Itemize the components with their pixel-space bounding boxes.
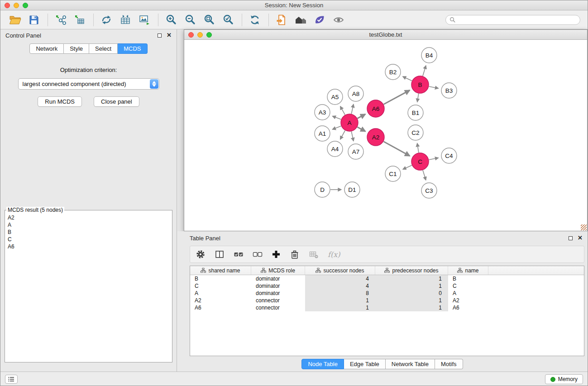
select-all-button[interactable]: [234, 248, 244, 260]
graph-edge-C-C2[interactable]: [417, 143, 419, 153]
open-document-button[interactable]: [274, 13, 289, 27]
graph-node-A6[interactable]: A6: [367, 100, 384, 117]
function-builder-button[interactable]: f(x): [328, 248, 340, 260]
network-close-button[interactable]: [188, 32, 194, 38]
network-canvas[interactable]: B4B2BB3A5A8A6A3B1AA1C2A2A4A7C4CC1C3DD1: [184, 40, 587, 231]
column-header-successor-nodes[interactable]: successor nodes: [305, 266, 375, 275]
graph-node-A4[interactable]: A4: [327, 141, 343, 157]
graph-node-C2[interactable]: C2: [408, 125, 423, 140]
graph-node-C4[interactable]: C4: [441, 148, 457, 163]
graph-node-A5[interactable]: A5: [327, 89, 343, 105]
add-column-button[interactable]: [272, 248, 281, 260]
column-header-name[interactable]: name: [448, 266, 488, 275]
table-tab-node-table[interactable]: Node Table: [301, 359, 344, 369]
graph-edge-C-C1[interactable]: [403, 165, 412, 169]
graph-edge-B-B2[interactable]: [403, 76, 412, 81]
search-input[interactable]: [458, 17, 576, 23]
graph-node-C1[interactable]: C1: [385, 166, 401, 181]
graph-node-B3[interactable]: B3: [441, 83, 457, 98]
graph-node-A[interactable]: A: [341, 114, 358, 131]
show-hide-button[interactable]: [331, 13, 346, 27]
zoom-window-button[interactable]: [23, 3, 28, 8]
float-panel-icon[interactable]: [158, 33, 162, 38]
network-minimize-button[interactable]: [197, 32, 203, 38]
graph-node-C[interactable]: C: [411, 153, 429, 170]
home-button[interactable]: [293, 13, 308, 27]
result-item[interactable]: A2: [8, 214, 169, 221]
table-tab-edge-table[interactable]: Edge Table: [344, 359, 386, 369]
table-tab-motifs[interactable]: Motifs: [435, 359, 463, 369]
close-panel-icon[interactable]: ✕: [167, 33, 172, 38]
save-session-button[interactable]: [27, 13, 41, 27]
toolbar-search[interactable]: [445, 15, 580, 25]
graph-node-B1[interactable]: B1: [408, 105, 423, 120]
graph-node-B4[interactable]: B4: [421, 48, 437, 63]
result-item[interactable]: C: [8, 236, 169, 243]
run-mcds-button[interactable]: Run MCDS: [38, 96, 82, 107]
check-badge-button[interactable]: [312, 13, 327, 27]
graph-node-C3[interactable]: C3: [421, 183, 437, 198]
table-settings-button[interactable]: [196, 248, 206, 260]
export-table-button[interactable]: [118, 13, 133, 27]
graph-edge-A6-B[interactable]: [384, 90, 410, 104]
graph-edge-A-A1[interactable]: [332, 126, 341, 129]
network-zoom-button[interactable]: [206, 32, 212, 38]
graph-edge-A-A2[interactable]: [358, 127, 366, 132]
criterion-dropdown[interactable]: largest connected component (directed): [18, 78, 159, 90]
graph-edge-C-C4[interactable]: [429, 158, 439, 160]
graph-edge-A-A8[interactable]: [351, 104, 354, 114]
graph-node-B[interactable]: B: [411, 76, 429, 93]
graph-node-A1[interactable]: A1: [315, 126, 330, 141]
close-table-panel-icon[interactable]: ✕: [578, 236, 583, 240]
graph-edge-A-A5[interactable]: [340, 106, 345, 115]
graph-node-D[interactable]: D: [315, 182, 330, 197]
graph-node-A7[interactable]: A7: [348, 144, 363, 159]
mcds-result-list[interactable]: A2ABCA6: [5, 213, 172, 251]
table-row[interactable]: Cdominator41C: [190, 282, 584, 290]
split-view-button[interactable]: [215, 248, 225, 260]
graph-edge-A-A4[interactable]: [340, 131, 345, 140]
close-window-button[interactable]: [5, 3, 10, 8]
task-history-button[interactable]: [5, 375, 18, 384]
tab-select[interactable]: Select: [89, 43, 118, 54]
column-header-shared-name[interactable]: shared name: [190, 266, 251, 275]
close-panel-button[interactable]: Close panel: [94, 96, 139, 107]
tab-network[interactable]: Network: [29, 43, 64, 54]
result-item[interactable]: A: [8, 221, 169, 229]
float-table-panel-icon[interactable]: [569, 236, 573, 240]
minimize-window-button[interactable]: [14, 3, 19, 8]
graph-edge-A-A3[interactable]: [332, 116, 341, 119]
import-network-button[interactable]: [53, 13, 68, 27]
column-header-MCDS-role[interactable]: MCDS role: [251, 266, 305, 275]
open-session-button[interactable]: [8, 13, 22, 27]
graph-node-A3[interactable]: A3: [315, 105, 330, 120]
export-image-button[interactable]: [137, 13, 152, 27]
graph-node-A2[interactable]: A2: [367, 129, 384, 146]
refresh-view-button[interactable]: [248, 13, 262, 27]
zoom-selected-button[interactable]: [221, 13, 235, 27]
clone-network-button[interactable]: [99, 13, 114, 27]
graph-node-A8[interactable]: A8: [348, 86, 363, 101]
graph-node-D1[interactable]: D1: [344, 182, 360, 197]
table-row[interactable]: A6connector11A6: [190, 304, 584, 311]
clear-table-button[interactable]: [309, 248, 319, 260]
graph-edge-A-A6[interactable]: [358, 114, 366, 118]
delete-column-button[interactable]: [290, 248, 300, 260]
graph-edge-B-B4[interactable]: [423, 66, 426, 76]
graph-edge-B-B3[interactable]: [429, 86, 439, 88]
zoom-fit-button[interactable]: [202, 13, 216, 27]
result-item[interactable]: A6: [8, 243, 169, 250]
zoom-in-button[interactable]: [164, 13, 178, 27]
graph-edge-A2-C[interactable]: [384, 142, 410, 156]
table-row[interactable]: Adominator80A: [190, 290, 584, 297]
column-header-predecessor-nodes[interactable]: predecessor nodes: [375, 266, 448, 275]
result-item[interactable]: B: [8, 229, 169, 236]
graph-edge-B-B1[interactable]: [417, 94, 419, 102]
tab-style[interactable]: Style: [64, 43, 89, 54]
tab-mcds[interactable]: MCDS: [118, 43, 147, 54]
graph-node-B2[interactable]: B2: [385, 64, 401, 80]
window-resize-grip[interactable]: [581, 224, 587, 230]
deselect-all-button[interactable]: [253, 248, 263, 260]
graph-edge-C-C3[interactable]: [423, 170, 426, 180]
memory-button[interactable]: Memory: [545, 374, 583, 384]
